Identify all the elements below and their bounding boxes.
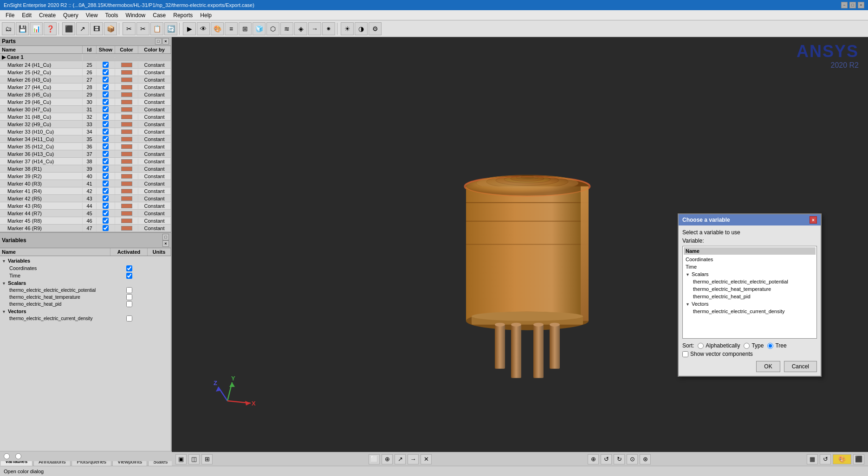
parts-show-checkbox[interactable] — [103, 69, 109, 75]
tb-mesh[interactable]: ⬡ — [266, 22, 279, 35]
viewport[interactable]: ANSYS 2020 R2 — [172, 37, 868, 466]
var-item-heatpid[interactable]: thermo_electric_heat_pid — [0, 301, 171, 308]
parts-row-show[interactable] — [97, 91, 115, 98]
var-list-box[interactable]: Name Coordinates Time Scalars thermo_ele… — [682, 246, 817, 339]
parts-show-checkbox[interactable] — [103, 158, 109, 164]
parts-show-checkbox[interactable] — [103, 114, 109, 120]
var-list-cat-vectors[interactable]: Vectors — [684, 300, 816, 308]
parts-row-show[interactable] — [97, 61, 115, 68]
parts-show-checkbox[interactable] — [103, 129, 109, 135]
var-heatpid-checkbox[interactable] — [126, 301, 132, 307]
vb-btn-6[interactable]: ↗ — [395, 454, 406, 464]
radio-left[interactable] — [4, 453, 10, 459]
var-list-coordinates[interactable]: Coordinates — [684, 256, 816, 263]
parts-show-checkbox[interactable] — [103, 225, 109, 231]
vb-btn-2[interactable]: ◫ — [188, 454, 200, 464]
var-item-temperature-check[interactable] — [110, 294, 148, 300]
var-list-time[interactable]: Time — [684, 263, 816, 270]
vars-minimize-button[interactable]: □ — [162, 234, 169, 240]
tb-cut[interactable]: ✂ — [136, 22, 149, 35]
parts-show-checkbox[interactable] — [103, 218, 109, 224]
tb-help[interactable]: ❓ — [44, 22, 57, 35]
parts-row-show[interactable] — [97, 158, 115, 165]
tb-particle[interactable]: ⁕ — [322, 22, 335, 35]
tb-isosurface[interactable]: ◈ — [294, 22, 307, 35]
dialog-ok-button[interactable]: OK — [756, 361, 780, 372]
vb-btn-7[interactable]: → — [408, 454, 419, 464]
parts-show-checkbox[interactable] — [103, 77, 109, 83]
parts-show-checkbox[interactable] — [103, 188, 109, 194]
tb-reload[interactable]: 🔄 — [164, 22, 177, 35]
var-item-potential-check[interactable] — [110, 287, 148, 293]
parts-row[interactable]: Marker 42 (R5)43Constant — [0, 195, 171, 202]
parts-show-checkbox[interactable] — [103, 99, 109, 105]
parts-row-show[interactable] — [97, 143, 115, 150]
menu-case[interactable]: Case — [149, 11, 169, 19]
parts-row[interactable]: Marker 29 (H6_Cu)30Constant — [0, 98, 171, 106]
parts-row-show[interactable] — [97, 195, 115, 202]
tb-settings[interactable]: ⚙ — [369, 22, 382, 35]
var-cat-vectors[interactable]: Vectors — [0, 308, 171, 315]
parts-minimize-button[interactable]: □ — [155, 38, 162, 45]
parts-row[interactable]: Marker 31 (H8_Cu)32Constant — [0, 113, 171, 121]
var-list-potential[interactable]: thermo_electric_electric_electric_potent… — [684, 278, 816, 285]
close-button[interactable]: × — [858, 2, 864, 8]
parts-row[interactable]: Marker 25 (H2_Cu)26Constant — [0, 69, 171, 76]
parts-row-show[interactable] — [97, 210, 115, 217]
var-cat-scalars[interactable]: Scalars — [0, 279, 171, 287]
parts-row[interactable]: Marker 38 (R1)39Constant — [0, 165, 171, 173]
tb-color[interactable]: 🎨 — [211, 22, 224, 35]
var-item-temperature[interactable]: thermo_electric_heat_temperature — [0, 294, 171, 301]
vb-btn-10[interactable]: ↺ — [601, 454, 612, 464]
parts-row-show[interactable] — [97, 106, 115, 113]
parts-row[interactable]: Marker 32 (H9_Cu)33Constant — [0, 121, 171, 128]
var-list-cat-scalars[interactable]: Scalars — [684, 270, 816, 278]
parts-show-checkbox[interactable] — [103, 106, 109, 112]
vb-btn-11[interactable]: ↻ — [614, 454, 625, 464]
parts-show-checkbox[interactable] — [103, 84, 109, 90]
parts-row[interactable]: Marker 45 (R8)46Constant — [0, 217, 171, 225]
menu-edit[interactable]: Edit — [18, 11, 35, 19]
parts-row[interactable]: Marker 34 (H11_Cu)35Constant — [0, 135, 171, 143]
menu-window[interactable]: Window — [122, 11, 149, 19]
tb-vector[interactable]: → — [308, 22, 321, 35]
parts-show-checkbox[interactable] — [103, 121, 109, 127]
parts-row-show[interactable] — [97, 187, 115, 194]
vb-btn-5[interactable]: ⊕ — [382, 454, 393, 464]
tb-play[interactable]: ▶ — [183, 22, 196, 35]
vb-btn-9[interactable]: ⊕ — [588, 454, 599, 464]
var-item-time[interactable]: Time — [0, 272, 171, 279]
parts-show-checkbox[interactable] — [103, 62, 109, 68]
var-cat-variables[interactable]: Variables — [0, 257, 171, 264]
var-temperature-checkbox[interactable] — [126, 294, 132, 300]
parts-show-checkbox[interactable] — [103, 136, 109, 142]
parts-row[interactable]: Marker 30 (H7_Cu)31Constant — [0, 106, 171, 113]
parts-row[interactable]: Marker 24 (H1_Cu)25Constant — [0, 61, 171, 69]
var-item-time-check[interactable] — [110, 273, 148, 279]
parts-row-show[interactable] — [97, 121, 115, 128]
parts-show-checkbox[interactable] — [103, 180, 109, 187]
menu-help[interactable]: Help — [196, 11, 215, 19]
parts-row[interactable]: Marker 28 (H5_Cu)29Constant — [0, 91, 171, 98]
vb-btn-3[interactable]: ⊞ — [201, 454, 213, 464]
parts-row-show[interactable] — [97, 225, 115, 232]
var-item-currentdensity[interactable]: thermo_electric_electric_current_density — [0, 315, 171, 322]
parts-row-show[interactable] — [97, 202, 115, 209]
parts-show-checkbox[interactable] — [103, 173, 109, 179]
parts-row[interactable]: Marker 26 (H3_Cu)27Constant — [0, 76, 171, 84]
maximize-button[interactable]: □ — [849, 2, 856, 8]
var-item-currentdensity-check[interactable] — [110, 315, 148, 322]
parts-row-show[interactable] — [97, 150, 115, 157]
tb-arrow[interactable]: ↗ — [76, 22, 89, 35]
menu-view[interactable]: View — [82, 11, 102, 19]
dialog-cancel-button[interactable]: Cancel — [784, 361, 817, 372]
minimize-button[interactable]: − — [841, 2, 848, 8]
tb-graph[interactable]: 📊 — [30, 22, 43, 35]
tb-3d[interactable]: 🧊 — [253, 22, 266, 35]
parts-row[interactable]: Marker 44 (R7)45Constant — [0, 210, 171, 217]
tb-sun[interactable]: ☀ — [341, 22, 354, 35]
var-item-heatpid-check[interactable] — [110, 301, 148, 307]
tb-select[interactable]: ✂ — [123, 22, 136, 35]
parts-row[interactable]: Marker 33 (H10_Cu)34Constant — [0, 128, 171, 135]
var-list-currentdensity[interactable]: thermo_electric_electric_current_density — [684, 308, 816, 315]
